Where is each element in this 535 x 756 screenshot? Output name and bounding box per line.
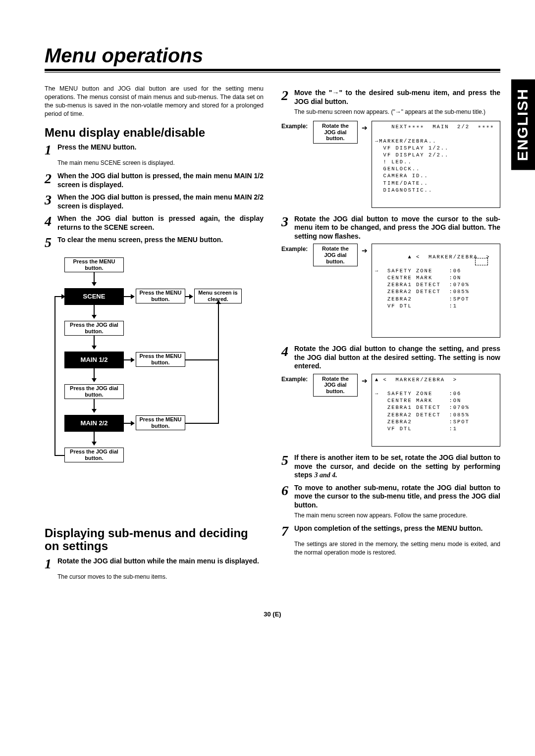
arrow-right-icon xyxy=(131,294,135,299)
flow-node-main22: MAIN 2/2 xyxy=(64,415,124,432)
screen-main22: NEXT∗∗∗∗ MAIN 2/2 ∗∗∗∗ →MARKER/ZEBRA.. V… xyxy=(372,121,500,208)
arrow-down-icon xyxy=(92,346,97,350)
flow-label-press-jog-3: Press the JOG dial button. xyxy=(64,448,124,462)
step-a5: 5 To clear the menu screen, press the ME… xyxy=(45,236,264,250)
example-label: Example: xyxy=(281,374,309,383)
step-number-icon: 2 xyxy=(281,89,294,106)
step-b5: 5 If there is another item to be set, ro… xyxy=(281,454,500,480)
flow-arrow xyxy=(185,359,218,360)
right-column: 2 Move the "→" to the desired sub-menu i… xyxy=(281,85,500,586)
arrow-up-icon xyxy=(216,300,221,304)
flow-label-press-jog-1: Press the JOG dial button. xyxy=(64,321,124,336)
step-a1: 1 Press the MENU button. xyxy=(45,143,264,157)
flow-arrow xyxy=(94,432,95,443)
flow-arrow xyxy=(54,455,64,456)
step-b7: 7 Upon completion of the settings, press… xyxy=(281,524,500,538)
step-b2-text: Move the "→" to the desired sub-menu ite… xyxy=(294,89,500,106)
flow-arrow xyxy=(218,303,219,424)
flow-arrow xyxy=(54,297,55,455)
step-a4: 4 When the JOG dial button is pressed ag… xyxy=(45,214,264,232)
arrow-down-icon xyxy=(92,282,97,286)
example-row-c: Example: Rotate the JOG dial button. ➔ ▲… xyxy=(281,374,500,447)
arrow-down-icon xyxy=(92,442,97,446)
step-b5-em: 3 and 4. xyxy=(314,471,337,479)
arrow-right-icon xyxy=(189,294,193,299)
section-a-heading: Menu display enable/disable xyxy=(45,126,264,139)
step-b6-note: The main menu screen now appears. Follow… xyxy=(294,511,500,519)
arrow-down-icon xyxy=(92,409,97,413)
left-column: The MENU button and JOG dial button are … xyxy=(45,85,264,586)
step-b2: 2 Move the "→" to the desired sub-menu i… xyxy=(281,89,500,106)
step-b7-text: Upon completion of the settings, press t… xyxy=(294,524,500,538)
example-label: Example: xyxy=(281,244,309,252)
step-a5-text: To clear the menu screen, press the MENU… xyxy=(57,236,264,250)
step-number-icon: 4 xyxy=(45,214,57,232)
step-number-icon: 3 xyxy=(281,215,294,241)
step-a4-text: When the JOG dial button is pressed agai… xyxy=(57,214,264,232)
step-b6: 6 To move to another sub-menu, rotate th… xyxy=(281,484,500,510)
step-b1-text: Rotate the JOG dial button while the mai… xyxy=(57,557,264,571)
example-row-a: Example: Rotate the JOG dial button. ➔ N… xyxy=(281,121,500,208)
flow-diagram: Press the MENU button. SCENE Press the M… xyxy=(45,257,264,515)
step-b4-text: Rotate the JOG dial button to change the… xyxy=(294,345,500,371)
flow-arrow xyxy=(94,336,95,347)
flow-label-press-menu-main12: Press the MENU button. xyxy=(136,352,185,367)
step-b7-note: The settings are stored in the memory, t… xyxy=(294,540,500,556)
step-b1-note: The cursor moves to the sub-menu items. xyxy=(57,573,264,581)
example-action-box: Rotate the JOG dial button. xyxy=(313,121,358,144)
arrow-right-icon: ➔ xyxy=(362,244,368,254)
step-b5-text: If there is another item to be set, rota… xyxy=(294,454,500,480)
example-action-box: Rotate the JOG dial button. xyxy=(313,374,358,397)
step-a2: 2 When the JOG dial button is pressed, t… xyxy=(45,172,264,189)
flow-node-scene: SCENE xyxy=(64,288,124,305)
step-a2-text: When the JOG dial button is pressed, the… xyxy=(57,172,264,189)
flow-node-main12: MAIN 1/2 xyxy=(64,352,124,368)
step-a1-text: Press the MENU button. xyxy=(57,143,264,157)
arrow-down-icon xyxy=(92,378,97,382)
section-b-heading: Displaying sub-menus and deciding on set… xyxy=(45,527,264,553)
flashing-value-indicator xyxy=(475,258,488,265)
screen-marker-zebra-set: ▲ < MARKER/ZEBRA > → SAFETY ZONE :06 CEN… xyxy=(372,374,500,447)
step-number-icon: 3 xyxy=(45,193,57,210)
step-number-icon: 7 xyxy=(281,524,294,538)
language-tab: ENGLISH xyxy=(511,79,535,170)
flow-arrow xyxy=(185,423,218,424)
step-b3: 3 Rotate the JOG dial button to move the… xyxy=(281,215,500,241)
arrow-right-icon: ➔ xyxy=(362,121,368,132)
step-number-icon: 1 xyxy=(45,557,57,571)
step-number-icon: 1 xyxy=(45,143,57,157)
flow-label-press-menu-top: Press the MENU button. xyxy=(64,257,124,272)
step-number-icon: 6 xyxy=(281,484,294,510)
title-underline xyxy=(45,72,500,73)
step-number-icon: 5 xyxy=(45,236,57,250)
page-title: Menu operations xyxy=(45,45,500,71)
screen-marker-zebra-flash: ▲ < MARKER/ZEBRA > → SAFETY ZONE :06 CEN… xyxy=(372,244,500,338)
arrow-right-icon xyxy=(131,357,135,362)
step-a1-note: The main menu SCENE screen is displayed. xyxy=(57,159,264,167)
step-b1: 1 Rotate the JOG dial button while the m… xyxy=(45,557,264,571)
step-b3-text: Rotate the JOG dial button to move the c… xyxy=(294,215,500,241)
flow-label-press-menu-main22: Press the MENU button. xyxy=(136,415,185,430)
arrow-right-icon xyxy=(61,294,65,299)
step-b4: 4 Rotate the JOG dial button to change t… xyxy=(281,345,500,371)
page-number: 30 (E) xyxy=(45,610,500,618)
flow-label-press-jog-2: Press the JOG dial button. xyxy=(64,384,124,399)
flow-arrow xyxy=(94,272,95,283)
screen-text: ▲ < MARKER/ZEBRA > → SAFETY ZONE :06 CEN… xyxy=(375,254,490,309)
step-b2-note: The sub-menu screen now appears. ("→" ap… xyxy=(294,108,500,116)
step-number-icon: 2 xyxy=(45,172,57,189)
arrow-right-icon: ➔ xyxy=(362,374,368,385)
step-a3: 3 When the JOG dial button is pressed, t… xyxy=(45,193,264,210)
arrow-right-icon xyxy=(131,421,135,426)
example-label: Example: xyxy=(281,121,309,130)
step-a3-text: When the JOG dial button is pressed, the… xyxy=(57,193,264,210)
step-number-icon: 4 xyxy=(281,345,294,371)
flow-label-press-menu-scene: Press the MENU button. xyxy=(136,289,185,303)
example-action-box: Rotate the JOG dial button. xyxy=(313,244,358,266)
flow-arrow xyxy=(94,368,95,379)
step-number-icon: 5 xyxy=(281,454,294,480)
flow-arrow xyxy=(94,399,95,410)
step-b6-text: To move to another sub-menu, rotate the … xyxy=(294,484,500,510)
flow-arrow xyxy=(94,305,95,316)
example-row-b: Example: Rotate the JOG dial button. ➔ ▲… xyxy=(281,244,500,338)
